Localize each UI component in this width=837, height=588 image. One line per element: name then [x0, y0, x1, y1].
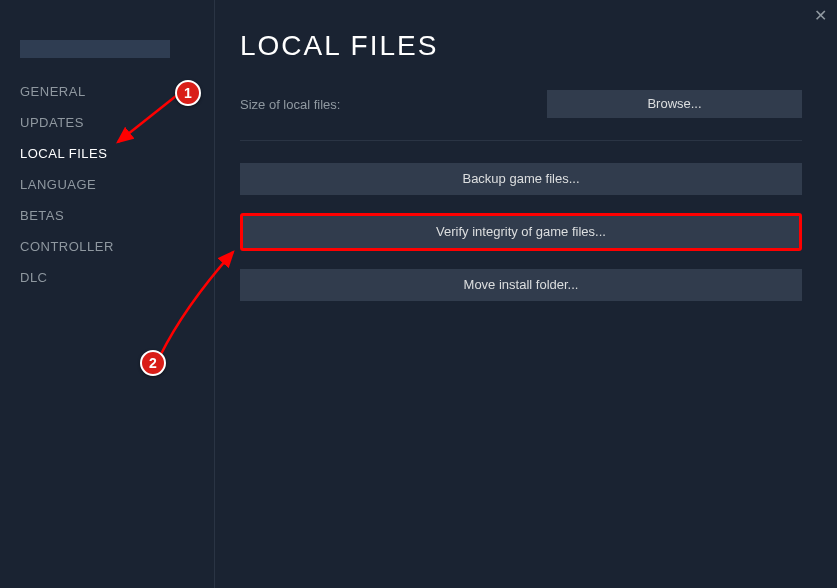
move-folder-button[interactable]: Move install folder...	[240, 269, 802, 301]
annotation-badge-2: 2	[140, 350, 166, 376]
sidebar-item-betas[interactable]: BETAS	[20, 200, 214, 231]
size-value	[350, 96, 420, 112]
annotation-highlight-box: Verify integrity of game files...	[240, 213, 802, 251]
sidebar-item-language[interactable]: LANGUAGE	[20, 169, 214, 200]
properties-window: ✕ GENERAL UPDATES LOCAL FILES LANGUAGE B…	[0, 0, 837, 588]
backup-button[interactable]: Backup game files...	[240, 163, 802, 195]
sidebar-item-dlc[interactable]: DLC	[20, 262, 214, 293]
divider	[240, 140, 802, 141]
sidebar-item-updates[interactable]: UPDATES	[20, 107, 214, 138]
annotation-badge-1: 1	[175, 80, 201, 106]
verify-integrity-button[interactable]: Verify integrity of game files...	[243, 216, 799, 248]
size-row: Size of local files: Browse...	[240, 90, 802, 118]
close-icon[interactable]: ✕	[814, 8, 827, 24]
browse-button[interactable]: Browse...	[547, 90, 802, 118]
size-label: Size of local files:	[240, 97, 340, 112]
sidebar-item-local-files[interactable]: LOCAL FILES	[20, 138, 214, 169]
sidebar-item-controller[interactable]: CONTROLLER	[20, 231, 214, 262]
content-panel: LOCAL FILES Size of local files: Browse.…	[215, 0, 837, 588]
sidebar-header-placeholder	[20, 40, 170, 58]
page-title: LOCAL FILES	[240, 30, 802, 62]
